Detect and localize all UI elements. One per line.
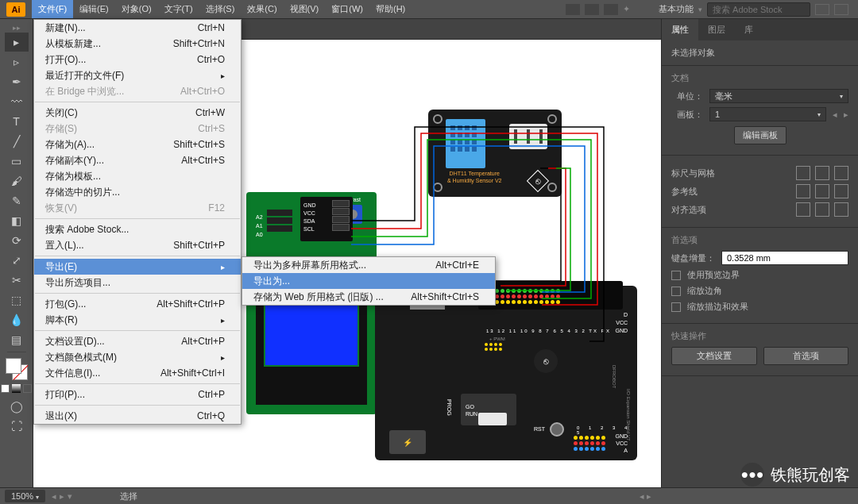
selection-tool[interactable]: ▸ <box>5 33 29 52</box>
menu-item[interactable]: 退出(X)Ctrl+Q <box>34 408 241 424</box>
unit-select[interactable]: 毫米▾ <box>709 89 848 103</box>
restore-icon[interactable] <box>834 4 848 15</box>
scale-corners-checkbox[interactable] <box>671 287 681 296</box>
menu-effect[interactable]: 效果(C) <box>241 0 283 18</box>
gradient-icon[interactable] <box>12 384 21 393</box>
arduino-shield: DVCCGND 13 12 11 10 9 8 7 6 5 4 3 2 TX R… <box>375 286 637 460</box>
curve-tool[interactable]: 〰 <box>5 92 29 111</box>
menu-item[interactable]: 文档设置(D)...Alt+Ctrl+P <box>34 333 241 349</box>
draw-mode-icon[interactable]: ◯ <box>5 397 29 416</box>
status-bar: 150% ▾ ◂ ▸ ▾ 选择 ◂ ▸ <box>0 487 858 504</box>
prev-artboard-icon[interactable]: ◂ <box>833 110 837 120</box>
br-icon[interactable] <box>566 4 580 15</box>
gradient-tool[interactable]: ▤ <box>5 330 29 349</box>
prefs-button[interactable]: 首选项 <box>763 347 849 365</box>
direct-select-tool[interactable]: ▹ <box>5 52 29 71</box>
menu-view[interactable]: 视图(V) <box>284 0 326 18</box>
menu-item[interactable]: 置入(L)...Shift+Ctrl+P <box>34 237 241 253</box>
tab-layers[interactable]: 图层 <box>698 19 735 40</box>
arrange-icon[interactable] <box>604 4 618 15</box>
menu-item[interactable]: 打印(P)...Ctrl+P <box>34 387 241 402</box>
menu-item[interactable]: 脚本(R) <box>34 312 241 328</box>
pen-tool[interactable]: ✒ <box>5 72 29 91</box>
menu-item[interactable]: 导出为... <box>242 273 495 289</box>
preview-bounds-checkbox[interactable] <box>671 271 681 280</box>
watermark: ●●● 铁熊玩创客 <box>740 463 850 487</box>
menu-item[interactable]: 存储为模板... <box>34 168 241 184</box>
rotate-tool[interactable]: ⟳ <box>5 231 29 250</box>
transparency-grid-icon[interactable] <box>834 166 848 180</box>
edit-artboard-button[interactable]: 编辑画板 <box>734 126 786 144</box>
doc-setup-button[interactable]: 文档设置 <box>671 347 757 365</box>
menubar: Ai 文件(F) 编辑(E) 对象(O) 文字(T) 选择(S) 效果(C) 视… <box>0 0 858 19</box>
menu-item[interactable]: 在 Bridge 中浏览...Alt+Ctrl+O <box>34 83 241 99</box>
menu-item[interactable]: 导出所选项目... <box>34 275 241 290</box>
menu-type[interactable]: 文字(T) <box>158 0 199 18</box>
guide-lock-icon[interactable] <box>815 184 829 198</box>
tab-libraries[interactable]: 库 <box>735 19 763 40</box>
type-tool[interactable]: T <box>5 112 29 131</box>
fill-color-icon[interactable] <box>1 384 10 393</box>
menu-edit[interactable]: 编辑(E) <box>73 0 115 18</box>
free-transform-tool[interactable]: ⬚ <box>5 290 29 310</box>
wechat-icon: ●●● <box>740 463 764 487</box>
menu-item[interactable]: 最近打开的文件(F) <box>34 67 241 83</box>
snap-pixel-icon[interactable] <box>796 202 810 217</box>
app-logo: Ai <box>6 2 25 17</box>
min-icon[interactable] <box>815 4 829 15</box>
export-submenu: 导出为多种屏幕所用格式...Alt+Ctrl+E导出为...存储为 Web 所用… <box>242 256 496 306</box>
menu-item[interactable]: 导出(E) <box>34 259 241 275</box>
width-tool[interactable]: ✂ <box>5 271 29 290</box>
snap-grid-icon[interactable] <box>834 202 848 217</box>
none-icon[interactable] <box>23 384 32 393</box>
zoom-select[interactable]: 150% ▾ <box>5 490 45 502</box>
eraser-tool[interactable]: ◧ <box>5 211 29 230</box>
menu-item[interactable]: 存储为(A)...Shift+Ctrl+S <box>34 137 241 152</box>
menu-item[interactable]: 文件信息(I)...Alt+Shift+Ctrl+I <box>34 365 241 381</box>
shaper-tool[interactable]: ✎ <box>5 191 29 210</box>
search-input[interactable] <box>707 2 810 17</box>
menu-file[interactable]: 文件(F) <box>32 0 73 18</box>
scale-tool[interactable]: ⤢ <box>5 251 29 270</box>
tab-properties[interactable]: 属性 <box>662 19 698 40</box>
snap-point-icon[interactable] <box>815 202 829 217</box>
menu-item[interactable]: 打包(G)...Alt+Shift+Ctrl+P <box>34 296 241 312</box>
st-icon[interactable] <box>585 4 599 15</box>
file-menu: 新建(N)...Ctrl+N从模板新建...Shift+Ctrl+N打开(O).… <box>33 19 242 425</box>
menu-item[interactable]: 从模板新建...Shift+Ctrl+N <box>34 36 241 52</box>
selection-info: 未选择对象 <box>662 40 858 66</box>
guide-icon[interactable] <box>796 184 810 198</box>
next-artboard-icon[interactable]: ▸ <box>844 110 848 120</box>
menu-item[interactable]: 打开(O)...Ctrl+O <box>34 52 241 67</box>
workspace-switcher[interactable]: 基本功能 <box>659 3 694 15</box>
grid-icon[interactable] <box>815 166 829 180</box>
menu-item[interactable]: 存储选中的切片... <box>34 184 241 200</box>
menu-object[interactable]: 对象(O) <box>115 0 158 18</box>
menu-window[interactable]: 窗口(W) <box>325 0 369 18</box>
artboard-select[interactable]: 1▾ <box>709 107 826 121</box>
fill-stroke-swatch[interactable] <box>6 358 28 380</box>
menu-item[interactable]: 存储副本(Y)...Alt+Ctrl+S <box>34 152 241 168</box>
menu-help[interactable]: 帮助(H) <box>369 0 412 18</box>
line-tool[interactable]: ╱ <box>5 132 29 151</box>
screen-mode-icon[interactable]: ⛶ <box>5 417 29 436</box>
rect-tool[interactable]: ▭ <box>5 152 29 171</box>
ruler-icon[interactable] <box>796 166 810 180</box>
menu-item[interactable]: 搜索 Adobe Stock... <box>34 221 241 237</box>
tool-mode-label: 选择 <box>120 491 137 502</box>
menu-select[interactable]: 选择(S) <box>199 0 242 18</box>
menu-item[interactable]: 导出为多种屏幕所用格式...Alt+Ctrl+E <box>242 257 495 273</box>
menu-item[interactable]: 文档颜色模式(M) <box>34 349 241 365</box>
menu-item[interactable]: 存储为 Web 所用格式 (旧版) ...Alt+Shift+Ctrl+S <box>242 289 495 305</box>
eyedropper-tool[interactable]: 💧 <box>5 310 29 329</box>
menu-item[interactable]: 新建(N)...Ctrl+N <box>34 20 241 36</box>
sensor-board: ⎋ DHT11 Temperature& Humidity Sensor V2 <box>428 110 562 197</box>
menu-item[interactable]: 关闭(C)Ctrl+W <box>34 105 241 121</box>
key-increment-input[interactable]: 0.3528 mm <box>721 251 848 265</box>
smart-guide-icon[interactable] <box>834 184 848 198</box>
menu-item[interactable]: 恢复(V)F12 <box>34 200 241 216</box>
tool-panel: ▸▸ ▸ ▹ ✒ 〰 T ╱ ▭ 🖌 ✎ ◧ ⟳ ⤢ ✂ ⬚ 💧 ▤ ◯ ⛶ <box>0 19 33 487</box>
menu-item[interactable]: 存储(S)Ctrl+S <box>34 121 241 137</box>
brush-tool[interactable]: 🖌 <box>5 171 29 190</box>
scale-strokes-checkbox[interactable] <box>671 302 681 312</box>
